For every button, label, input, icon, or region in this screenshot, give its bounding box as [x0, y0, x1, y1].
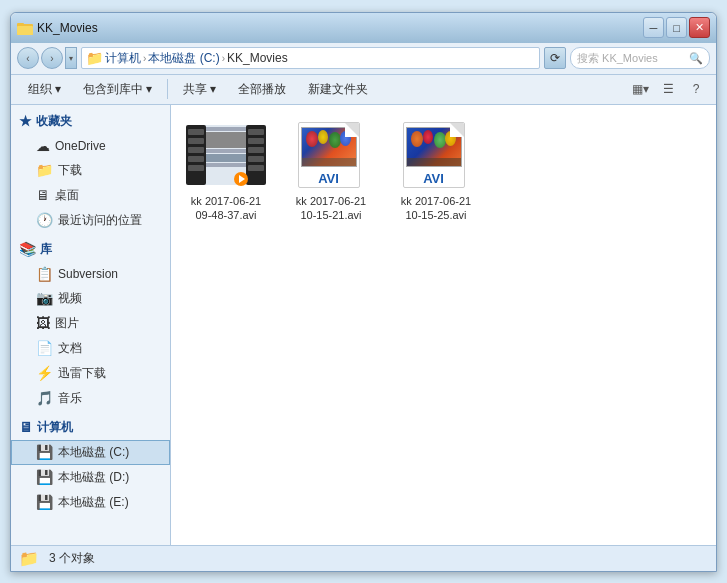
- folder-title-icon: [17, 20, 33, 36]
- title-controls: ─ □ ✕: [643, 17, 710, 38]
- forward-button[interactable]: ›: [41, 47, 63, 69]
- share-button[interactable]: 共享 ▾: [174, 77, 225, 101]
- breadcrumb-drive[interactable]: 本地磁盘 (C:): [148, 50, 219, 67]
- music-icon: 🎵: [36, 390, 53, 406]
- film-strip-left: [186, 125, 206, 185]
- main-area: ★ 收藏夹 ☁ OneDrive 📁 下载 🖥 桌面 🕐 最近访问的位: [11, 105, 716, 545]
- close-button[interactable]: ✕: [689, 17, 710, 38]
- filename-1: kk 2017-06-21 09-48-37.avi: [191, 194, 261, 223]
- recent-icon: 🕐: [36, 212, 53, 228]
- folder-icon: 📁: [86, 50, 103, 66]
- breadcrumb-computer[interactable]: 计算机: [105, 50, 141, 67]
- minimize-button[interactable]: ─: [643, 17, 664, 38]
- toolbar-right: ▦▾ ☰ ?: [628, 77, 708, 101]
- file-thumbnail-3: AVI: [396, 120, 476, 190]
- sidebar-item-onedrive[interactable]: ☁ OneDrive: [11, 134, 170, 158]
- address-bar: ‹ › ▾ 📁 计算机 › 本地磁盘 (C:) › KK_Movies ⟳ 搜索…: [11, 43, 716, 75]
- sidebar-item-drive-d[interactable]: 💾 本地磁盘 (D:): [11, 465, 170, 490]
- title-text: KK_Movies: [37, 21, 98, 35]
- file-thumbnail-1: [186, 120, 266, 190]
- sidebar-item-drive-c[interactable]: 💾 本地磁盘 (C:): [11, 440, 170, 465]
- drive-c-icon: 💾: [36, 444, 53, 460]
- svg-rect-2: [17, 23, 24, 26]
- status-count: 3 个对象: [49, 550, 95, 567]
- svg-rect-1: [17, 26, 33, 35]
- video-icon: 📷: [36, 290, 53, 306]
- search-placeholder: 搜索 KK_Movies: [577, 51, 685, 66]
- drive-d-icon: 💾: [36, 469, 53, 485]
- star-icon: ★: [19, 113, 32, 129]
- breadcrumb-bar: 📁 计算机 › 本地磁盘 (C:) › KK_Movies: [81, 47, 540, 69]
- play-all-button[interactable]: 全部播放: [229, 77, 295, 101]
- toolbar: 组织 ▾ 包含到库中 ▾ 共享 ▾ 全部播放 新建文件夹 ▦▾ ☰ ?: [11, 75, 716, 105]
- refresh-button[interactable]: ⟳: [544, 47, 566, 69]
- sidebar-favorites: ★ 收藏夹 ☁ OneDrive 📁 下载 🖥 桌面 🕐 最近访问的位: [11, 109, 170, 233]
- sidebar-item-thunder[interactable]: ⚡ 迅雷下载: [11, 361, 170, 386]
- sidebar-item-desktop[interactable]: 🖥 桌面: [11, 183, 170, 208]
- sidebar-item-subversion[interactable]: 📋 Subversion: [11, 262, 170, 286]
- documents-icon: 📄: [36, 340, 53, 356]
- help-button[interactable]: ?: [684, 77, 708, 101]
- sidebar-favorites-header[interactable]: ★ 收藏夹: [11, 109, 170, 134]
- sidebar-item-video[interactable]: 📷 视频: [11, 286, 170, 311]
- new-folder-button[interactable]: 新建文件夹: [299, 77, 377, 101]
- view-icon-button[interactable]: ▦▾: [628, 77, 652, 101]
- search-icon[interactable]: 🔍: [689, 52, 703, 65]
- status-folder-icon: 📁: [19, 549, 39, 568]
- file-thumbnail-2: AVI: [291, 120, 371, 190]
- library-icon: 📚: [19, 241, 36, 257]
- file-item-3[interactable]: AVI kk 2017-06-21 10-15-25.avi: [391, 115, 481, 228]
- search-bar[interactable]: 搜索 KK_Movies 🔍: [570, 47, 710, 69]
- thunder-icon: ⚡: [36, 365, 53, 381]
- sidebar-item-downloads[interactable]: 📁 下载: [11, 158, 170, 183]
- sidebar: ★ 收藏夹 ☁ OneDrive 📁 下载 🖥 桌面 🕐 最近访问的位: [11, 105, 171, 545]
- sidebar-item-drive-e[interactable]: 💾 本地磁盘 (E:): [11, 490, 170, 515]
- pictures-icon: 🖼: [36, 315, 50, 331]
- organize-button[interactable]: 组织 ▾: [19, 77, 70, 101]
- back-button[interactable]: ‹: [17, 47, 39, 69]
- sidebar-item-music[interactable]: 🎵 音乐: [11, 386, 170, 411]
- filename-2: kk 2017-06-21 10-15-21.avi: [296, 194, 366, 223]
- explorer-window: KK_Movies ─ □ ✕ ‹ › ▾ 📁 计算机 › 本地磁盘 (C:) …: [10, 12, 717, 572]
- file-item-2[interactable]: AVI kk 2017-06-21 10-15-21.avi: [286, 115, 376, 228]
- title-bar-left: KK_Movies: [17, 20, 98, 36]
- status-bar: 📁 3 个对象: [11, 545, 716, 571]
- play-overlay-icon: [234, 172, 248, 186]
- drive-e-icon: 💾: [36, 494, 53, 510]
- sidebar-item-documents[interactable]: 📄 文档: [11, 336, 170, 361]
- toolbar-separator: [167, 79, 168, 99]
- title-bar: KK_Movies ─ □ ✕: [11, 13, 716, 43]
- sidebar-item-recent[interactable]: 🕐 最近访问的位置: [11, 208, 170, 233]
- sidebar-computer-header[interactable]: 🖥 计算机: [11, 415, 170, 440]
- computer-icon: 🖥: [19, 419, 33, 435]
- nav-buttons: ‹ › ▾: [17, 47, 77, 69]
- view-list-button[interactable]: ☰: [656, 77, 680, 101]
- desktop-icon: 🖥: [36, 187, 50, 203]
- onedrive-icon: ☁: [36, 138, 50, 154]
- download-icon: 📁: [36, 162, 53, 178]
- content-area: kk 2017-06-21 09-48-37.avi: [171, 105, 716, 545]
- include-library-button[interactable]: 包含到库中 ▾: [74, 77, 161, 101]
- sidebar-computer: 🖥 计算机 💾 本地磁盘 (C:) 💾 本地磁盘 (D:) 💾 本地磁盘 (E:…: [11, 415, 170, 515]
- sidebar-item-pictures[interactable]: 🖼 图片: [11, 311, 170, 336]
- nav-dropdown[interactable]: ▾: [65, 47, 77, 69]
- sidebar-library-header[interactable]: 📚 库: [11, 237, 170, 262]
- subversion-icon: 📋: [36, 266, 53, 282]
- sidebar-libraries: 📚 库 📋 Subversion 📷 视频 🖼 图片 📄 文档: [11, 237, 170, 411]
- breadcrumb-current: KK_Movies: [227, 51, 288, 65]
- film-strip-right: [246, 125, 266, 185]
- maximize-button[interactable]: □: [666, 17, 687, 38]
- filename-3: kk 2017-06-21 10-15-25.avi: [401, 194, 471, 223]
- file-item-1[interactable]: kk 2017-06-21 09-48-37.avi: [181, 115, 271, 228]
